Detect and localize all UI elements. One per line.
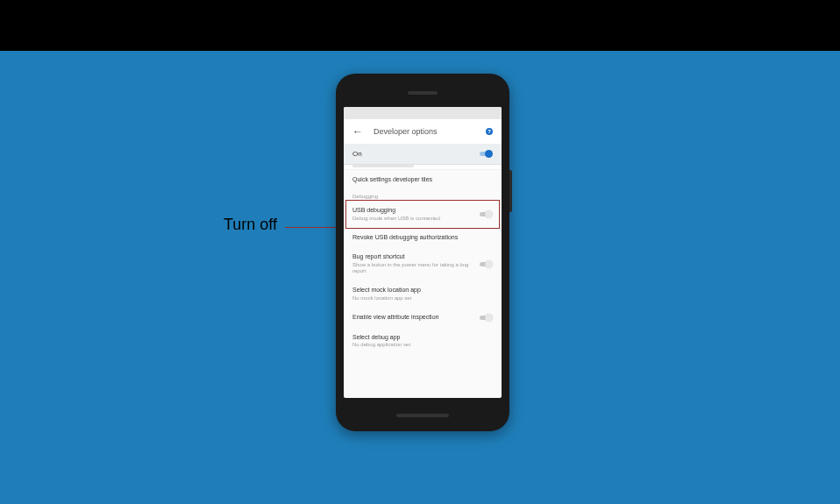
phone-bottom-speaker: [396, 414, 449, 417]
phone-speaker: [408, 91, 438, 95]
item-title: Select debug app: [352, 334, 493, 341]
item-title: Select mock location app: [352, 287, 493, 294]
item-select-debug-app[interactable]: Select debug app No debug application se…: [344, 328, 502, 355]
toggle-thumb: [485, 260, 493, 268]
item-view-attribute-inspection[interactable]: Enable view attribute inspection: [344, 308, 502, 328]
settings-list[interactable]: Quick settings developer tiles Debugging…: [344, 170, 502, 354]
phone-frame: ← Developer options ? On Quick settings …: [336, 74, 509, 431]
master-toggle-label: On: [352, 150, 362, 158]
bug-report-toggle[interactable]: [479, 260, 493, 268]
app-header: ← Developer options ?: [344, 119, 502, 144]
item-title: Quick settings developer tiles: [352, 176, 493, 183]
item-subtitle: No debug application set: [352, 342, 493, 348]
status-bar: [344, 107, 502, 119]
toggle-thumb: [485, 150, 493, 158]
item-title: Enable view attribute inspection: [352, 314, 479, 321]
toggle-thumb: [485, 210, 493, 218]
item-subtitle: No mock location app set: [352, 295, 493, 302]
item-mock-location[interactable]: Select mock location app No mock locatio…: [344, 280, 502, 308]
item-bug-report-shortcut[interactable]: Bug report shortcut Show a button in the…: [344, 247, 502, 280]
phone-side-button: [509, 170, 512, 212]
help-icon[interactable]: ?: [486, 128, 493, 135]
partial-clipped-item: [344, 165, 502, 170]
item-subtitle: Debug mode when USB is connected: [352, 216, 479, 222]
item-quick-settings-tiles[interactable]: Quick settings developer tiles: [344, 170, 502, 189]
item-revoke-usb-auth[interactable]: Revoke USB debugging authorizations: [344, 228, 502, 247]
annotation-label: Turn off: [224, 216, 277, 234]
view-attribute-toggle[interactable]: [479, 314, 493, 322]
usb-debugging-toggle[interactable]: [479, 210, 493, 218]
back-arrow-icon[interactable]: ←: [352, 125, 363, 138]
item-usb-debugging[interactable]: USB debugging Debug mode when USB is con…: [344, 201, 502, 228]
master-toggle-switch[interactable]: [479, 150, 493, 158]
top-black-bar: [0, 0, 840, 51]
toggle-thumb: [485, 314, 493, 322]
page-title: Developer options: [374, 127, 438, 136]
item-title: Revoke USB debugging authorizations: [352, 234, 493, 241]
item-title: USB debugging: [352, 207, 479, 214]
master-toggle-row[interactable]: On: [344, 144, 502, 165]
item-subtitle: Show a button in the power menu for taki…: [352, 262, 479, 274]
phone-screen: ← Developer options ? On Quick settings …: [344, 107, 502, 398]
item-title: Bug report shortcut: [352, 253, 479, 260]
section-header-debugging: Debugging: [344, 189, 502, 201]
